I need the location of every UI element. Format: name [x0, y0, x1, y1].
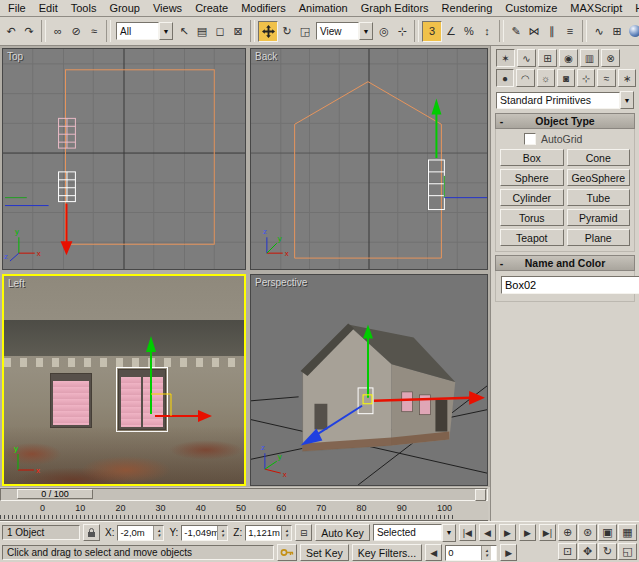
rollout-name-and-color-header[interactable]: - Name and Color — [495, 255, 635, 271]
time-slider-splitter[interactable] — [475, 489, 486, 501]
object-type-button[interactable]: Torus — [500, 209, 564, 226]
rectangular-selection-region-button[interactable]: ◻ — [211, 21, 229, 41]
zoom-extents-all-button[interactable]: ▦ — [618, 524, 637, 541]
dropdown-arrow-icon[interactable]: ▼ — [442, 524, 456, 542]
zoom-all-button[interactable]: ⊛ — [578, 524, 597, 541]
previous-key-button[interactable]: ◀ — [479, 524, 496, 541]
menu-item[interactable]: Modifiers — [241, 2, 286, 14]
object-type-button[interactable]: Cone — [567, 149, 631, 166]
tab-modify[interactable]: ∿ — [517, 49, 536, 67]
frame-spinner[interactable]: ▴▾ — [481, 546, 491, 560]
select-by-name-button[interactable]: ▤ — [193, 21, 211, 41]
angle-snap-toggle[interactable]: ∠ — [442, 21, 460, 41]
viewport-left-active[interactable]: y x Left — [2, 274, 246, 486]
set-keys-icon-button[interactable] — [277, 544, 297, 561]
select-and-move-button[interactable] — [258, 21, 278, 42]
collapse-icon[interactable]: - — [496, 115, 507, 127]
y-spinner[interactable]: ▴▾ — [217, 526, 227, 540]
pan-view-button[interactable]: ✥ — [578, 543, 597, 560]
zoom-button[interactable]: ⊕ — [558, 524, 577, 541]
play-animation-button[interactable]: ▶ — [499, 524, 516, 541]
select-and-scale-button[interactable]: ◲ — [296, 21, 314, 41]
object-type-button[interactable]: Teapot — [500, 229, 564, 246]
dropdown-arrow-icon[interactable]: ▼ — [359, 22, 373, 40]
object-type-button[interactable]: Pyramid — [567, 209, 631, 226]
menu-item[interactable]: Group — [109, 2, 140, 14]
rollout-object-type-header[interactable]: - Object Type — [495, 113, 635, 129]
category-cameras[interactable]: ◙ — [557, 69, 575, 87]
perspective-viewport-canvas[interactable]: z x y — [251, 275, 487, 485]
redo-button[interactable]: ↷ — [20, 21, 38, 41]
spin-down-icon[interactable]: ▾ — [285, 533, 288, 538]
auto-key-button[interactable]: Auto Key — [315, 524, 370, 541]
material-editor-button[interactable] — [626, 21, 639, 41]
zoom-region-button[interactable]: ⊡ — [558, 543, 577, 560]
viewport-perspective-label[interactable]: Perspective — [255, 277, 307, 288]
tab-utilities[interactable]: ⊗ — [601, 49, 620, 67]
primitive-category-dropdown[interactable]: Standard Primitives ▼ — [496, 91, 634, 109]
time-slider-track[interactable]: 0 / 100 — [0, 488, 488, 501]
object-type-button[interactable]: Tube — [567, 189, 631, 206]
time-slider-button[interactable]: 0 / 100 — [17, 489, 93, 499]
x-spinner[interactable]: ▴▾ — [153, 526, 163, 540]
tab-hierarchy[interactable]: ⊞ — [538, 49, 557, 67]
menu-item[interactable]: File — [8, 2, 26, 14]
category-space-warps[interactable]: ≈ — [597, 69, 615, 87]
object-type-button[interactable]: Box — [500, 149, 564, 166]
edit-named-selection-sets-button[interactable]: ✎ — [507, 21, 525, 41]
x-coordinate-field[interactable]: -2,0m ▴▾ — [117, 525, 164, 541]
menu-item[interactable]: Customize — [505, 2, 557, 14]
select-and-link-button[interactable]: ∞ — [49, 21, 67, 41]
menu-item[interactable]: Graph Editors — [361, 2, 429, 14]
z-coordinate-field[interactable]: 1,121m ▴▾ — [245, 525, 292, 541]
dropdown-arrow-icon[interactable]: ▼ — [159, 22, 173, 40]
current-frame-field[interactable]: 0 ▴▾ — [445, 545, 497, 561]
back-viewport-canvas[interactable]: z x y — [251, 49, 487, 269]
object-name-input[interactable] — [501, 276, 639, 294]
maximize-viewport-toggle[interactable]: ◱ — [618, 543, 637, 560]
viewport-left-label[interactable]: Left — [8, 278, 25, 289]
viewport-perspective[interactable]: z x y Perspective — [250, 274, 488, 486]
object-type-button[interactable]: Cylinder — [500, 189, 564, 206]
move-gizmo[interactable] — [146, 336, 212, 422]
window-crossing-toggle[interactable]: ⊠ — [229, 21, 247, 41]
category-helpers[interactable]: ⊹ — [577, 69, 595, 87]
viewport-back[interactable]: z x y Back — [250, 48, 488, 270]
object-type-button[interactable]: Sphere — [500, 169, 564, 186]
undo-button[interactable]: ↶ — [2, 21, 20, 41]
category-systems[interactable]: ∗ — [618, 69, 636, 87]
zoom-extents-button[interactable]: ▣ — [598, 524, 617, 541]
spinner-snap-toggle[interactable]: ↕ — [478, 21, 496, 41]
arc-rotate-button[interactable]: ↻ — [598, 543, 617, 560]
top-viewport-canvas[interactable]: y x z — [3, 49, 245, 269]
percent-snap-toggle[interactable]: % — [460, 21, 478, 41]
use-pivot-center-button[interactable]: ◎ — [375, 21, 393, 41]
snaps-toggle-button[interactable]: 3 — [422, 21, 442, 42]
menu-item[interactable]: Views — [153, 2, 182, 14]
viewport-top-label[interactable]: Top — [7, 51, 23, 62]
menu-item[interactable]: Create — [195, 2, 228, 14]
set-key-button[interactable]: Set Key — [300, 544, 349, 561]
tab-display[interactable]: ▥ — [580, 49, 599, 67]
menu-item[interactable]: Animation — [299, 2, 348, 14]
selection-lock-toggle[interactable] — [83, 524, 100, 541]
z-spinner[interactable]: ▴▾ — [281, 526, 291, 540]
tab-motion[interactable]: ◉ — [559, 49, 578, 67]
spin-down-icon[interactable]: ▾ — [485, 553, 488, 558]
menu-item[interactable]: MAXScript — [570, 2, 622, 14]
key-filters-button[interactable]: Key Filters... — [352, 544, 422, 561]
mirror-button[interactable]: ⋈ — [525, 21, 543, 41]
select-and-rotate-button[interactable]: ↻ — [278, 21, 296, 41]
spin-down-icon[interactable]: ▾ — [158, 533, 161, 538]
next-key-button[interactable]: ▶ — [519, 524, 536, 541]
transform-type-in-toggle[interactable]: ⊟ — [295, 524, 312, 541]
select-object-button[interactable]: ↖ — [175, 21, 193, 41]
viewport-back-label[interactable]: Back — [255, 51, 277, 62]
reference-coordinate-dropdown[interactable]: View ▼ — [316, 22, 373, 40]
menu-item[interactable]: Tools — [71, 2, 97, 14]
collapse-icon[interactable]: - — [496, 257, 507, 269]
category-shapes[interactable]: ◠ — [516, 69, 534, 87]
tab-create[interactable]: ✶ — [496, 49, 515, 67]
menu-item[interactable]: Help — [635, 2, 639, 14]
selection-filter-dropdown[interactable]: All ▼ — [116, 22, 173, 40]
